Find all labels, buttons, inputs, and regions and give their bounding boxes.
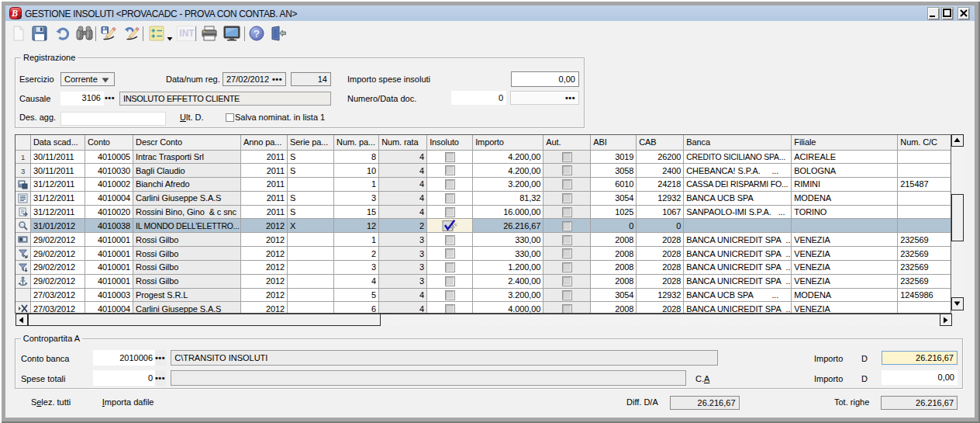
svg-text:12: 12 [16,15,22,19]
svg-text:?: ? [254,28,260,40]
